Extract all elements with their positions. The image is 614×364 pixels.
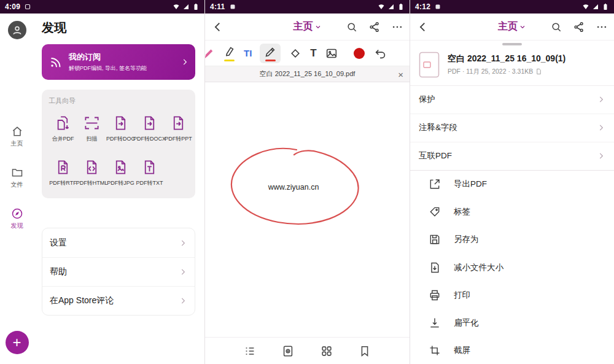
canvas-text: www.ziyuan.cn (268, 183, 319, 192)
chevron-right-icon (179, 296, 187, 305)
shape-tool[interactable] (289, 47, 302, 60)
pdf-canvas[interactable]: www.ziyuan.cn (205, 82, 410, 337)
tool-scan[interactable]: 扫描 (77, 115, 106, 143)
undo-tool[interactable] (374, 47, 387, 60)
wifi-icon (582, 3, 589, 10)
tool-pdf-to-docx[interactable]: PDF转DOCX (135, 115, 164, 143)
sidebar-label-files: 文件 (11, 180, 23, 189)
sidebar-item-discover[interactable]: 发现 (11, 207, 23, 230)
text-insert-tool[interactable]: TI (244, 48, 252, 58)
page-title: 发现 (42, 20, 195, 36)
back-icon[interactable] (416, 20, 430, 34)
menu-label-review: 在App Store评论 (50, 295, 179, 306)
tool-pdf-to-ppt[interactable]: PDF转PPT (164, 115, 193, 143)
action-screenshot[interactable]: 截屏 (410, 336, 614, 364)
overflow-menu-icon[interactable] (596, 21, 608, 33)
share-icon[interactable] (368, 21, 381, 33)
tool-label: PDF转PPT (165, 135, 192, 143)
tool-label: PDF转RTF (49, 179, 76, 187)
tool-pdf-to-txt[interactable]: PDF转TXT (135, 159, 164, 187)
nav-title-dropdown[interactable]: 主页 (293, 20, 322, 33)
tool-label: PDF转DOCX (133, 135, 166, 143)
action-label: 扁平化 (454, 317, 479, 328)
document-menu-screen: 4:12 主页 空白 2022_11_25 16 (410, 0, 614, 364)
thumbnail-list-icon[interactable] (243, 344, 257, 358)
menu-item-app-store-review[interactable]: 在App Store评论 (42, 286, 195, 315)
marker-tool[interactable] (204, 47, 214, 60)
tool-merge-pdf[interactable]: 合并PDF (49, 115, 77, 143)
notification-icon (434, 3, 441, 10)
menu-item-protect[interactable]: 保护 (410, 86, 614, 114)
action-save-as[interactable]: 另存为 (410, 226, 614, 254)
menu-label-protect: 保护 (419, 94, 597, 105)
search-icon[interactable] (550, 21, 562, 33)
menu-item-annotations-fields[interactable]: 注释&字段 (410, 114, 614, 142)
chevron-right-icon (597, 152, 605, 160)
tool-label: 扫描 (87, 135, 98, 143)
image-icon (325, 47, 338, 60)
export-icon (429, 178, 441, 190)
nav-title-dropdown[interactable]: 主页 (498, 20, 526, 33)
chevron-down-icon (519, 23, 526, 31)
bookmark-icon[interactable] (358, 344, 371, 358)
highlighter-tool[interactable] (222, 45, 236, 61)
highlighter-color-bar (224, 60, 235, 61)
discover-content: 发现 我的订阅 解锁PDF编辑, 导出, 签名等功能 工具向导 合并PDF (34, 14, 204, 364)
action-flatten[interactable]: 扁平化 (410, 309, 614, 336)
overflow-menu-icon[interactable] (391, 21, 403, 33)
tool-pdf-to-rtf[interactable]: PDF转RTF (49, 159, 77, 187)
ink-annotation[interactable]: www.ziyuan.cn (223, 141, 364, 230)
tool-label: PDF转DOC (106, 135, 135, 143)
menu-item-settings[interactable]: 设置 (42, 228, 195, 257)
subscription-title: 我的订阅 (69, 52, 181, 63)
sidebar-item-files[interactable]: 文件 (11, 166, 23, 189)
text-tool[interactable]: T (310, 47, 316, 60)
menu-label-connected-pdf: 互联PDF (419, 150, 597, 161)
search-icon[interactable] (346, 21, 358, 33)
color-swatch-red[interactable] (354, 48, 365, 59)
battery-icon (192, 3, 200, 10)
tool-pdf-to-jpg[interactable]: PDF转JPG (106, 159, 135, 187)
share-icon[interactable] (573, 21, 585, 33)
sheet-drag-handle[interactable] (502, 43, 522, 45)
pdf-to-txt-icon (141, 159, 158, 176)
back-icon[interactable] (211, 20, 225, 34)
tool-label: PDF转JPG (107, 179, 134, 187)
sidebar-item-home[interactable]: 主页 (11, 125, 23, 148)
subscription-subtitle: 解锁PDF编辑, 导出, 签名等功能 (69, 64, 161, 72)
file-info-row: 空白 2022_11_25 16_10_09(1) PDF · 11月 25, … (410, 47, 614, 86)
action-export-pdf[interactable]: 导出PDF (410, 171, 614, 198)
editor-bottom-bar (205, 337, 410, 364)
file-meta: PDF · 11月 25, 2022 · 3.31KB (448, 68, 533, 76)
tool-label: PDF转HTML (76, 179, 108, 187)
tool-pdf-to-html[interactable]: PDF转HTML (77, 159, 106, 187)
status-time: 4:11 (210, 2, 225, 11)
pencil-tool-selected[interactable] (260, 44, 281, 63)
grid-view-icon[interactable] (320, 344, 333, 358)
signal-icon (182, 3, 190, 10)
subscription-banner[interactable]: 我的订阅 解锁PDF编辑, 导出, 签名等功能 (42, 44, 195, 80)
action-label: 标签 (454, 206, 470, 217)
image-tool[interactable] (325, 47, 338, 60)
pdf-to-html-icon (84, 159, 100, 176)
pdf-to-ppt-icon (170, 115, 187, 131)
menu-item-help[interactable]: 帮助 (42, 257, 195, 286)
preview-icon[interactable] (281, 344, 295, 358)
avatar[interactable] (8, 21, 26, 39)
tool-pdf-to-doc[interactable]: PDF转DOC (106, 115, 135, 143)
pdf-to-doc-icon (112, 115, 129, 131)
close-tab-icon[interactable]: × (398, 66, 403, 82)
action-label: 另存为 (454, 234, 479, 245)
document-tab[interactable]: 空白 2022_11_25 16_10_09.pdf × (205, 66, 410, 82)
notification-icon (229, 3, 236, 10)
action-print[interactable]: 打印 (410, 281, 614, 309)
settings-menu-card: 设置 帮助 在App Store评论 (42, 228, 195, 316)
action-reduce-file-size[interactable]: 减小文件大小 (410, 254, 614, 281)
menu-item-connected-pdf[interactable]: 互联PDF (410, 142, 614, 171)
chevron-right-icon (179, 268, 187, 276)
folder-icon (11, 166, 23, 179)
action-tags[interactable]: 标签 (410, 198, 614, 226)
home-icon (11, 125, 23, 137)
add-button[interactable]: + (6, 331, 29, 354)
action-label: 减小文件大小 (454, 262, 503, 273)
